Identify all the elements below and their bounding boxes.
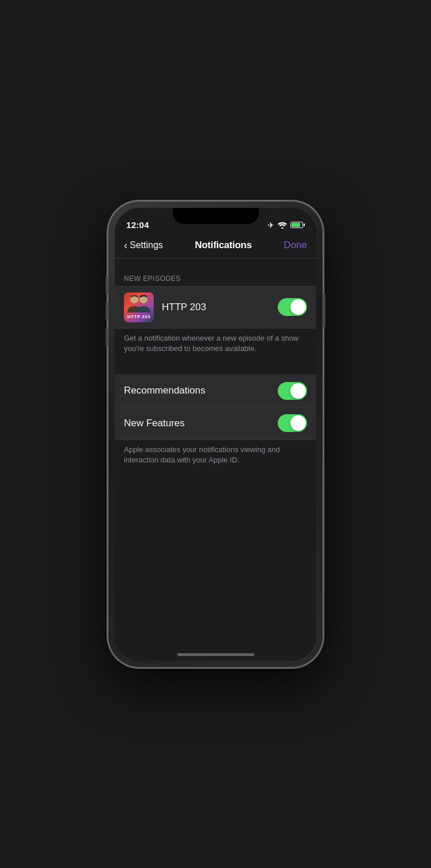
home-indicator bbox=[177, 653, 254, 656]
toggle-knob bbox=[290, 383, 306, 399]
phone-frame: 12:04 ✈ ‹ bbox=[108, 201, 323, 668]
new-features-label: New Features bbox=[124, 418, 278, 429]
battery-icon bbox=[290, 222, 305, 228]
back-button[interactable]: ‹ Settings bbox=[124, 240, 163, 250]
list-item: HTTP 203 HTTP 203 bbox=[115, 287, 316, 328]
wifi-icon bbox=[278, 222, 287, 229]
recommendations-label: Recommendations bbox=[124, 385, 278, 396]
screen-content: ‹ Settings Notifications Done NEW EPISOD… bbox=[115, 233, 316, 661]
podcast-thumbnail: HTTP 203 bbox=[124, 292, 154, 322]
new-episodes-header: NEW EPISODES bbox=[115, 270, 316, 286]
new-features-toggle[interactable] bbox=[278, 414, 307, 432]
svg-point-0 bbox=[282, 227, 284, 229]
status-time: 12:04 bbox=[126, 220, 149, 230]
podcast-label: HTTP 203 bbox=[127, 314, 150, 320]
recommendations-toggle[interactable] bbox=[278, 382, 307, 400]
top-gap bbox=[115, 259, 316, 270]
page-title: Notifications bbox=[195, 240, 252, 251]
notch bbox=[173, 208, 259, 224]
toggle-knob bbox=[290, 415, 306, 431]
http203-toggle[interactable] bbox=[278, 298, 307, 316]
new-episodes-footer: Get a notification whenever a new episod… bbox=[115, 329, 316, 363]
toggle-knob bbox=[290, 299, 306, 315]
scroll-content: NEW EPISODES bbox=[115, 259, 316, 661]
status-icons: ✈ bbox=[267, 221, 305, 230]
nav-bar: ‹ Settings Notifications Done bbox=[115, 233, 316, 259]
general-section: Recommendations New Features bbox=[115, 375, 316, 440]
airplane-icon: ✈ bbox=[267, 221, 274, 230]
back-chevron-icon: ‹ bbox=[124, 240, 127, 250]
done-button[interactable]: Done bbox=[284, 240, 307, 251]
recommendations-row: Recommendations bbox=[115, 375, 316, 407]
new-episodes-section: HTTP 203 HTTP 203 bbox=[115, 286, 316, 329]
general-footer: Apple associates your notifications view… bbox=[115, 440, 316, 474]
middle-gap bbox=[115, 363, 316, 375]
http203-label: HTTP 203 bbox=[162, 302, 278, 313]
phone-screen: 12:04 ✈ ‹ bbox=[115, 208, 316, 661]
new-features-row: New Features bbox=[115, 407, 316, 439]
back-label: Settings bbox=[130, 240, 163, 250]
